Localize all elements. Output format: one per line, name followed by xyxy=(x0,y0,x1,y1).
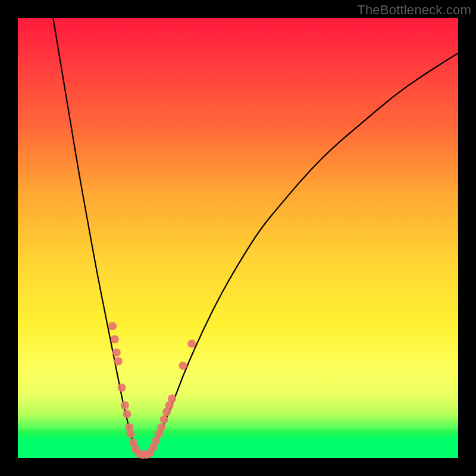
marker-dot xyxy=(123,410,131,418)
curve-right-branch xyxy=(150,53,458,453)
marker-dot xyxy=(112,348,121,356)
scatter-group xyxy=(108,322,196,459)
marker-dot xyxy=(108,322,117,330)
marker-dot xyxy=(168,394,176,403)
plot-area xyxy=(18,18,458,458)
chart-svg xyxy=(18,18,458,458)
marker-dot xyxy=(114,357,123,365)
curve-group xyxy=(53,18,458,454)
marker-dot xyxy=(111,335,119,343)
watermark-text: TheBottleneck.com xyxy=(357,2,471,18)
marker-dot xyxy=(157,423,165,431)
marker-dot xyxy=(160,415,168,424)
chart-stage: TheBottleneck.com xyxy=(0,0,476,476)
marker-dot xyxy=(121,401,129,409)
marker-dot xyxy=(118,384,126,392)
marker-dot xyxy=(179,362,187,370)
marker-dot xyxy=(187,340,196,348)
marker-dot xyxy=(126,430,134,438)
